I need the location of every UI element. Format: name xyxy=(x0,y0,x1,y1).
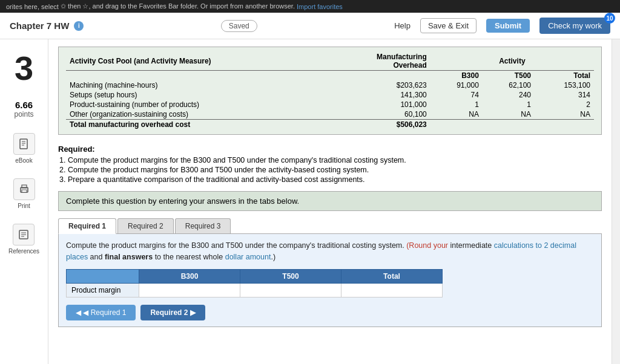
col-t500-header: T500 xyxy=(483,71,535,81)
browser-bar-icon: ✩ xyxy=(59,2,68,10)
list-item: Compute the product margins for B300 and… xyxy=(68,166,602,174)
tabs-row: Required 1 Required 2 Required 3 xyxy=(58,218,602,234)
col-total-header: Total xyxy=(535,71,594,81)
b300-col-header: B300 xyxy=(139,269,240,283)
nav-buttons: ◀ ◀ Required 1 Required 2 ▶ xyxy=(66,305,594,320)
required-title: Required: xyxy=(58,145,602,154)
left-sidebar: 3 6.66 points eBook Print References xyxy=(0,39,48,364)
dollar-note: dollar amount xyxy=(225,253,271,261)
required-list: Compute the product margins for the B300… xyxy=(58,156,602,184)
browser-bar-text2: then ☆, and drag to the Favorites Bar fo… xyxy=(68,2,295,10)
svg-rect-0 xyxy=(20,139,27,149)
print-item[interactable]: Print xyxy=(13,178,35,209)
t500-input[interactable] xyxy=(245,286,336,294)
list-item: Compute the product margins for the B300… xyxy=(68,156,602,164)
right-scrollbar[interactable] xyxy=(612,39,620,364)
points-label: points xyxy=(14,110,33,119)
svg-rect-6 xyxy=(22,190,27,192)
t500-input-cell[interactable] xyxy=(240,283,341,297)
save-exit-button[interactable]: Save & Exit xyxy=(420,18,477,33)
prev-label: ◀ Required 1 xyxy=(83,308,126,317)
app-header: Chapter 7 HW i Saved Help Save & Exit Su… xyxy=(0,13,620,39)
total-row: Total manufacturing overhead cost $506,0… xyxy=(66,120,594,130)
next-button[interactable]: Required 2 ▶ xyxy=(140,305,205,320)
ebook-item[interactable]: eBook xyxy=(13,133,35,164)
badge-count: 10 xyxy=(604,13,615,24)
question-number: 3 xyxy=(15,51,33,85)
round-note: (Round your xyxy=(406,241,448,250)
ebook-icon xyxy=(13,133,35,155)
check-my-work-button[interactable]: Check my work 10 xyxy=(539,18,610,34)
data-table: B300 T500 Total Product margin xyxy=(66,269,443,297)
header-right: Help Save & Exit Submit Check my work 10 xyxy=(394,18,610,34)
cost-table-col1-header: Activity Cost Pool (and Activity Measure… xyxy=(66,52,329,71)
list-item: Prepare a quantitative comparison of the… xyxy=(68,175,602,184)
col-b300-header: B300 xyxy=(430,71,483,81)
references-label: References xyxy=(8,248,39,255)
table-row: Product-sustaining (number of products) … xyxy=(66,100,594,109)
tab-required2[interactable]: Required 2 xyxy=(117,218,174,233)
tab-required3[interactable]: Required 3 xyxy=(175,218,231,233)
check-my-work-label: Check my work xyxy=(548,21,602,30)
total-input-cell[interactable] xyxy=(341,283,443,297)
browser-bar: orites here, select ✩ then ☆, and drag t… xyxy=(0,0,620,13)
references-icon xyxy=(13,224,35,245)
total-col-header: Total xyxy=(341,269,443,283)
t500-col-header: T500 xyxy=(240,269,341,283)
total-input[interactable] xyxy=(346,286,437,294)
help-link[interactable]: Help xyxy=(394,21,411,30)
table-row: Setups (setup hours) 141,300 74 240 314 xyxy=(66,90,594,100)
import-favorites-link[interactable]: Import favorites xyxy=(297,3,343,10)
main-layout: 3 6.66 points eBook Print References xyxy=(0,39,620,364)
b300-input[interactable] xyxy=(144,286,235,294)
final-answers-note: final answers xyxy=(105,253,153,261)
product-margin-label: Product margin xyxy=(67,283,139,297)
activity-header: Activity xyxy=(430,52,594,71)
prev-button[interactable]: ◀ ◀ Required 1 xyxy=(66,305,136,320)
empty-header xyxy=(67,269,139,283)
required-section: Required: Compute the product margins fo… xyxy=(58,145,602,184)
question-number-area: 3 xyxy=(15,51,33,85)
complete-question-text: Complete this question by entering your … xyxy=(66,197,299,206)
product-margin-row: Product margin xyxy=(67,283,443,297)
points-area: 6.66 points xyxy=(14,100,33,119)
table-row: Machining (machine-hours) $203,623 91,00… xyxy=(66,80,594,90)
b300-input-cell[interactable] xyxy=(139,283,240,297)
complete-question-box: Complete this question by entering your … xyxy=(58,191,602,211)
cost-table: Activity Cost Pool (and Activity Measure… xyxy=(66,52,594,129)
next-arrow: ▶ xyxy=(190,308,196,317)
header-left: Chapter 7 HW i xyxy=(10,21,84,31)
tab-required1[interactable]: Required 1 xyxy=(58,218,116,234)
points-value: 6.66 xyxy=(14,100,33,110)
tab-content: Compute the product margins for the B300… xyxy=(58,234,602,327)
submit-button[interactable]: Submit xyxy=(486,19,530,33)
tab-description: Compute the product margins for the B300… xyxy=(66,240,594,263)
saved-badge: Saved xyxy=(221,20,257,32)
table-row: Other (organization-sustaining costs) 60… xyxy=(66,109,594,120)
print-icon xyxy=(13,178,35,200)
print-label: Print xyxy=(18,203,30,209)
chapter-title: Chapter 7 HW xyxy=(10,21,69,31)
prev-arrow: ◀ xyxy=(76,308,81,317)
browser-bar-text: orites here, select xyxy=(6,3,59,10)
cost-table-wrapper: Activity Cost Pool (and Activity Measure… xyxy=(58,47,602,135)
cost-table-col2-header: ManufacturingOverhead xyxy=(329,52,430,71)
info-icon[interactable]: i xyxy=(74,21,84,31)
next-label: Required 2 xyxy=(150,308,188,317)
header-center: Saved xyxy=(221,21,257,30)
references-item[interactable]: References xyxy=(8,224,39,255)
content-area: Activity Cost Pool (and Activity Measure… xyxy=(48,39,612,364)
ebook-label: eBook xyxy=(15,157,32,164)
